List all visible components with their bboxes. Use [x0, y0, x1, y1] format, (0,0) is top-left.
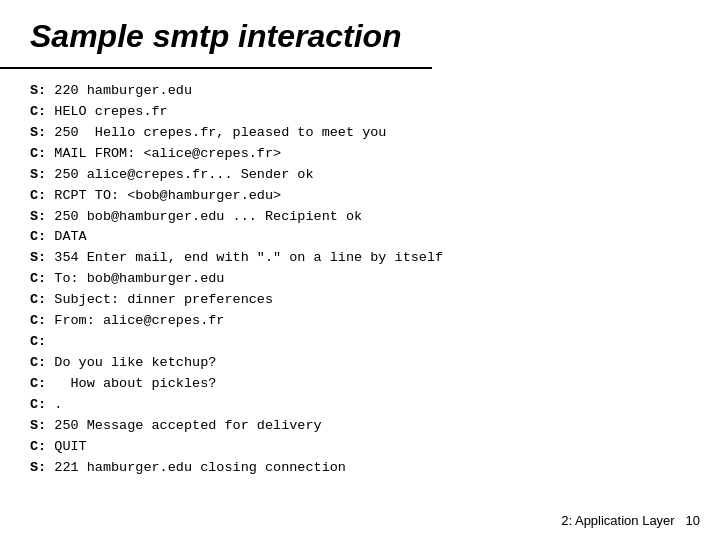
smtp-line: S: 354 Enter mail, end with "." on a lin… — [30, 248, 690, 269]
line-text: 220 hamburger.edu — [46, 83, 192, 98]
line-label: C: — [30, 355, 46, 370]
line-label: S: — [30, 418, 46, 433]
line-text: From: alice@crepes.fr — [46, 313, 224, 328]
line-label: C: — [30, 229, 46, 244]
line-label: S: — [30, 250, 46, 265]
line-text: How about pickles? — [46, 376, 216, 391]
smtp-line: C: RCPT TO: <bob@hamburger.edu> — [30, 186, 690, 207]
line-label: C: — [30, 104, 46, 119]
line-text: . — [46, 397, 62, 412]
line-label: C: — [30, 334, 46, 349]
smtp-line: S: 220 hamburger.edu — [30, 81, 690, 102]
smtp-line: C: MAIL FROM: <alice@crepes.fr> — [30, 144, 690, 165]
smtp-line: C: QUIT — [30, 437, 690, 458]
line-text: DATA — [46, 229, 87, 244]
line-text: 221 hamburger.edu closing connection — [46, 460, 346, 475]
line-label: S: — [30, 125, 46, 140]
smtp-line: S: 250 bob@hamburger.edu ... Recipient o… — [30, 207, 690, 228]
content-area: S: 220 hamburger.eduC: HELO crepes.frS: … — [0, 69, 720, 489]
line-label: C: — [30, 188, 46, 203]
line-label: C: — [30, 271, 46, 286]
smtp-line: C: — [30, 332, 690, 353]
line-text: 250 Message accepted for delivery — [46, 418, 321, 433]
line-label: S: — [30, 209, 46, 224]
line-text: 250 bob@hamburger.edu ... Recipient ok — [46, 209, 362, 224]
smtp-line: S: 221 hamburger.edu closing connection — [30, 458, 690, 479]
line-text: 250 Hello crepes.fr, pleased to meet you — [46, 125, 386, 140]
smtp-line: C: From: alice@crepes.fr — [30, 311, 690, 332]
line-label: C: — [30, 313, 46, 328]
line-label: S: — [30, 83, 46, 98]
line-text: RCPT TO: <bob@hamburger.edu> — [46, 188, 281, 203]
line-text: 250 alice@crepes.fr... Sender ok — [46, 167, 313, 182]
line-text: Subject: dinner preferences — [46, 292, 273, 307]
line-label: C: — [30, 376, 46, 391]
smtp-lines: S: 220 hamburger.eduC: HELO crepes.frS: … — [30, 81, 690, 479]
footer-page: 10 — [686, 513, 700, 528]
line-text: Do you like ketchup? — [46, 355, 216, 370]
page-title: Sample smtp interaction — [0, 0, 432, 69]
smtp-line: C: HELO crepes.fr — [30, 102, 690, 123]
smtp-line: S: 250 Message accepted for delivery — [30, 416, 690, 437]
line-label: S: — [30, 460, 46, 475]
line-text: To: bob@hamburger.edu — [46, 271, 224, 286]
line-label: C: — [30, 397, 46, 412]
smtp-line: C: To: bob@hamburger.edu — [30, 269, 690, 290]
footer-text: 2: Application Layer — [561, 513, 674, 528]
smtp-line: C: . — [30, 395, 690, 416]
footer-area: 2: Application Layer 10 — [561, 513, 700, 528]
line-text: QUIT — [46, 439, 87, 454]
line-label: C: — [30, 146, 46, 161]
line-label: C: — [30, 292, 46, 307]
smtp-line: S: 250 Hello crepes.fr, pleased to meet … — [30, 123, 690, 144]
line-text: 354 Enter mail, end with "." on a line b… — [46, 250, 443, 265]
line-text: HELO crepes.fr — [46, 104, 168, 119]
smtp-line: C: DATA — [30, 227, 690, 248]
line-label: C: — [30, 439, 46, 454]
line-text: MAIL FROM: <alice@crepes.fr> — [46, 146, 281, 161]
smtp-line: S: 250 alice@crepes.fr... Sender ok — [30, 165, 690, 186]
smtp-line: C: How about pickles? — [30, 374, 690, 395]
line-label: S: — [30, 167, 46, 182]
smtp-line: C: Subject: dinner preferences — [30, 290, 690, 311]
smtp-line: C: Do you like ketchup? — [30, 353, 690, 374]
